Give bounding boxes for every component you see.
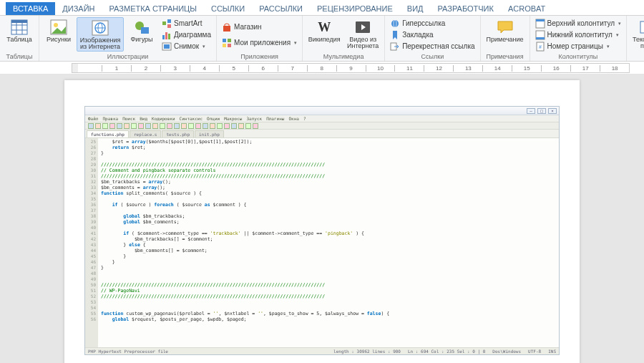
page: – □ × ФайлПравкаПоискВидКодировкиСинтакс… [64, 80, 580, 363]
online-pictures-button[interactable]: Изображенияиз Интернета [77, 17, 124, 52]
svg-rect-5 [11, 20, 27, 23]
maximize-icon: □ [537, 108, 546, 114]
group-illustrations: Рисунки Изображенияиз Интернета Фигуры S… [39, 16, 217, 61]
hyperlink-button[interactable]: Гиперссылка [388, 18, 477, 29]
tab-ссылки[interactable]: ССЫЛКИ [204, 2, 252, 15]
comment-button[interactable]: Примечание [484, 17, 527, 52]
svg-rect-13 [141, 27, 149, 34]
picture-icon [49, 19, 68, 36]
svg-rect-23 [223, 39, 226, 42]
crossref-button[interactable]: Перекрестная ссылка [388, 41, 477, 52]
pictures-button[interactable]: Рисунки [42, 17, 75, 52]
store-icon [222, 22, 232, 32]
svg-rect-38 [640, 21, 644, 33]
header-icon [535, 19, 545, 29]
textbox-label: Текстовоеполе [633, 37, 644, 50]
chevron-down-icon: ▾ [618, 21, 621, 26]
embedded-editor-screenshot: – □ × ФайлПравкаПоискВидКодировкиСинтакс… [84, 106, 560, 355]
header-button[interactable]: Верхний колонтитул▾ [533, 18, 624, 29]
group-links: Гиперссылка Закладка Перекрестная ссылка… [385, 16, 480, 61]
video-label: Видео изИнтернета [347, 37, 379, 50]
tab-дизайн[interactable]: ДИЗАЙН [55, 2, 102, 15]
chevron-down-icon: ▾ [616, 32, 619, 38]
svg-rect-19 [168, 34, 170, 39]
minimize-icon: – [527, 108, 535, 114]
editor-menu: ФайлПравкаПоискВидКодировкиСинтаксисОпци… [85, 115, 559, 122]
textbox-button[interactable]: A Текстовоеполе [630, 17, 644, 52]
status-insertmode: INS [548, 349, 556, 354]
svg-rect-26 [228, 44, 231, 47]
svg-rect-18 [165, 32, 167, 39]
svg-rect-16 [167, 24, 171, 28]
chart-button[interactable]: Диаграмма [160, 29, 213, 40]
document-area: – □ × ФайлПравкаПоискВидКодировкиСинтакс… [0, 74, 644, 363]
table-button[interactable]: Таблица [3, 17, 36, 52]
svg-rect-15 [167, 19, 171, 23]
editor-toolbar [85, 122, 559, 130]
textbox-icon: A [638, 19, 644, 36]
online-pictures-icon [91, 19, 109, 37]
svg-rect-35 [536, 37, 545, 39]
store-button[interactable]: Магазин [220, 21, 299, 32]
svg-rect-14 [162, 21, 166, 25]
crossref-icon [390, 42, 400, 52]
smartart-icon [162, 19, 172, 29]
close-icon: × [548, 108, 557, 114]
tab-вставка[interactable]: ВСТАВКА [6, 2, 55, 15]
svg-point-29 [391, 20, 399, 27]
group-text: A Текстовоеполе ▾ A▾ A▾ Текст [627, 16, 644, 61]
svg-rect-17 [162, 35, 165, 39]
shapes-icon [132, 19, 151, 36]
comment-icon [496, 19, 514, 36]
ribbon-tabs: ВСТАВКАДИЗАЙНРАЗМЕТКА СТРАНИЦЫССЫЛКИРАСС… [0, 0, 644, 16]
pagenum-button[interactable]: #Номер страницы▾ [533, 41, 624, 52]
screenshot-button[interactable]: Снимок▾ [160, 41, 213, 52]
link-icon [390, 19, 400, 29]
ribbon: Таблица Таблицы Рисунки Изображенияиз Ин… [0, 16, 644, 62]
footer-button[interactable]: Нижний колонтитул▾ [533, 29, 624, 40]
tab-acrobat[interactable]: ACROBAT [501, 2, 552, 15]
editor-titlebar: – □ × [85, 107, 559, 115]
svg-rect-21 [164, 44, 170, 49]
screenshot-icon [162, 42, 172, 52]
code-content: $ret = array($months[$post[0]],$post[1],… [98, 138, 559, 347]
wikipedia-icon: W [315, 19, 333, 36]
bookmark-button[interactable]: Закладка [388, 29, 477, 40]
editor-statusbar: PHP Hypertext Preprocessor file length :… [85, 347, 559, 354]
svg-rect-33 [536, 19, 545, 21]
wikipedia-button[interactable]: W Википедия [306, 17, 343, 52]
status-length: length : 30962 lines : 900 [333, 349, 401, 354]
online-video-button[interactable]: Видео изИнтернета [344, 17, 381, 52]
tab-разметка страницы[interactable]: РАЗМЕТКА СТРАНИЦЫ [102, 2, 204, 15]
video-icon [353, 19, 372, 36]
status-charset: UTF-8 [528, 349, 541, 354]
status-position: Ln : 694 Col : 235 Sel : 0 | 0 [408, 349, 485, 354]
editor-tabs: functions.phpreplace.stests.phpinit.php [85, 130, 559, 138]
smartart-button[interactable]: SmartArt [160, 18, 213, 29]
tab-разработчик[interactable]: РАЗРАБОТЧИК [431, 2, 501, 15]
svg-rect-25 [223, 44, 226, 47]
ruler: 123456789101112131415161718 [0, 62, 644, 74]
group-headerfooter: Верхний колонтитул▾ Нижний колонтитул▾ #… [530, 16, 628, 61]
footer-icon [535, 30, 545, 40]
svg-point-7 [54, 23, 58, 27]
status-filetype: PHP Hypertext Preprocessor file [88, 349, 168, 354]
svg-text:#: # [539, 44, 542, 49]
svg-rect-24 [228, 39, 231, 42]
group-media: W Википедия Видео изИнтернета Мультимеди… [303, 16, 385, 61]
shapes-button[interactable]: Фигуры [125, 17, 158, 52]
bookmark-icon [390, 30, 400, 40]
myapps-button[interactable]: Мои приложения▾ [220, 37, 299, 48]
chevron-down-icon: ▾ [294, 40, 297, 46]
svg-rect-22 [223, 26, 230, 32]
group-apps: Магазин Мои приложения▾ Приложения [217, 16, 303, 61]
chevron-down-icon: ▾ [607, 44, 610, 49]
tab-рецензирование[interactable]: РЕЦЕНЗИРОВАНИЕ [310, 2, 400, 15]
chevron-down-icon: ▾ [203, 44, 205, 49]
group-tables: Таблица Таблицы [0, 16, 39, 61]
tab-рассылки[interactable]: РАССЫЛКИ [252, 2, 310, 15]
apps-icon [222, 38, 232, 48]
tab-вид[interactable]: ВИД [400, 2, 431, 15]
chart-icon [162, 30, 172, 40]
online-pictures-label: Изображенияиз Интернета [80, 37, 121, 51]
